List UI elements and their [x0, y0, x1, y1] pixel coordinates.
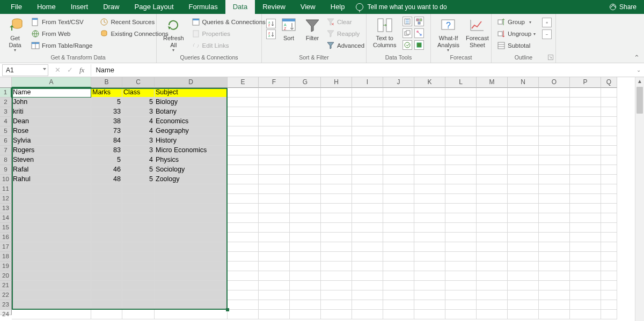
cell-N15[interactable] [508, 223, 539, 233]
cell-B2[interactable]: 5 [91, 98, 122, 107]
cell-D4[interactable]: Economics [155, 117, 228, 126]
menu-tab-view[interactable]: View [293, 0, 323, 14]
collapse-ribbon-button[interactable]: ⌃ [634, 54, 640, 62]
column-header-A[interactable]: A [12, 77, 91, 88]
menu-tab-home[interactable]: Home [30, 0, 63, 14]
column-header-O[interactable]: O [539, 77, 570, 88]
cell-J19[interactable] [383, 262, 414, 271]
consolidate-button[interactable] [414, 17, 424, 26]
cell-C15[interactable] [122, 223, 155, 233]
column-header-C[interactable]: C [122, 77, 155, 88]
select-all-button[interactable] [0, 77, 12, 88]
cell-P22[interactable] [570, 290, 601, 300]
advanced-filter-button[interactable]: Advanced [326, 40, 364, 51]
cell-E2[interactable] [228, 98, 259, 107]
cell-N12[interactable] [508, 194, 539, 204]
cell-D9[interactable]: Sociology [155, 165, 228, 175]
column-header-F[interactable]: F [259, 77, 290, 88]
cell-H6[interactable] [321, 136, 352, 146]
cell-A24[interactable] [12, 310, 91, 319]
row-header-23[interactable]: 23 [0, 300, 12, 310]
row-header-8[interactable]: 8 [0, 155, 12, 165]
cell-A7[interactable]: Rogers [12, 146, 91, 155]
cell-P7[interactable] [570, 146, 601, 155]
cell-D15[interactable] [155, 223, 228, 233]
cell-C11[interactable] [122, 184, 155, 194]
column-header-J[interactable]: J [383, 77, 414, 88]
cell-J8[interactable] [383, 155, 414, 165]
cell-E13[interactable] [228, 204, 259, 213]
cell-K5[interactable] [414, 126, 445, 136]
cell-A4[interactable]: Dean [12, 117, 91, 126]
cell-E7[interactable] [228, 146, 259, 155]
cell-L8[interactable] [445, 155, 477, 165]
cell-G4[interactable] [290, 117, 321, 126]
cell-E23[interactable] [228, 300, 259, 310]
text-to-columns-button[interactable]: Text to Columns ▾ [370, 16, 399, 54]
column-header-M[interactable]: M [477, 77, 508, 88]
cell-B8[interactable]: 5 [91, 155, 122, 165]
cell-M24[interactable] [477, 310, 508, 319]
cell-F20[interactable] [259, 271, 290, 281]
cell-C23[interactable] [122, 300, 155, 310]
cell-H15[interactable] [321, 223, 352, 233]
row-header-3[interactable]: 3 [0, 107, 12, 117]
cell-B5[interactable]: 73 [91, 126, 122, 136]
cell-M7[interactable] [477, 146, 508, 155]
cell-B10[interactable]: 48 [91, 175, 122, 184]
cell-Q5[interactable] [601, 126, 617, 136]
cell-E17[interactable] [228, 242, 259, 252]
cell-G3[interactable] [290, 107, 321, 117]
cell-I11[interactable] [352, 184, 383, 194]
cell-O24[interactable] [539, 310, 570, 319]
cell-K21[interactable] [414, 281, 445, 290]
cell-F7[interactable] [259, 146, 290, 155]
cell-L21[interactable] [445, 281, 477, 290]
cell-O17[interactable] [539, 242, 570, 252]
column-header-B[interactable]: B [91, 77, 122, 88]
sort-button[interactable]: AZ Sort [277, 16, 301, 43]
cell-F4[interactable] [259, 117, 290, 126]
cell-H19[interactable] [321, 262, 352, 271]
menu-tab-file[interactable]: File [3, 0, 30, 14]
cell-L10[interactable] [445, 175, 477, 184]
cell-C8[interactable]: 4 [122, 155, 155, 165]
cell-P3[interactable] [570, 107, 601, 117]
cell-L11[interactable] [445, 184, 477, 194]
cell-Q14[interactable] [601, 213, 617, 223]
cell-H10[interactable] [321, 175, 352, 184]
cell-K14[interactable] [414, 213, 445, 223]
cell-H23[interactable] [321, 300, 352, 310]
column-header-I[interactable]: I [352, 77, 383, 88]
cell-D11[interactable] [155, 184, 228, 194]
row-header-20[interactable]: 20 [0, 271, 12, 281]
cell-E1[interactable] [228, 88, 259, 98]
cell-C12[interactable] [122, 194, 155, 204]
cell-Q10[interactable] [601, 175, 617, 184]
cell-H8[interactable] [321, 155, 352, 165]
column-header-Q[interactable]: Q [601, 77, 617, 88]
cell-D18[interactable] [155, 252, 228, 262]
cell-J21[interactable] [383, 281, 414, 290]
cell-A17[interactable] [12, 242, 91, 252]
cell-H2[interactable] [321, 98, 352, 107]
cell-G15[interactable] [290, 223, 321, 233]
cell-I4[interactable] [352, 117, 383, 126]
cell-K20[interactable] [414, 271, 445, 281]
cell-P15[interactable] [570, 223, 601, 233]
cell-A13[interactable] [12, 204, 91, 213]
refresh-all-button[interactable]: Refresh All ▾ [160, 16, 187, 54]
cell-C7[interactable]: 3 [122, 146, 155, 155]
cell-G11[interactable] [290, 184, 321, 194]
cell-O5[interactable] [539, 126, 570, 136]
cell-M11[interactable] [477, 184, 508, 194]
from-web-button[interactable]: From Web [31, 28, 92, 39]
forecast-sheet-button[interactable]: Forecast Sheet [463, 16, 492, 50]
row-header-19[interactable]: 19 [0, 262, 12, 271]
cell-M16[interactable] [477, 233, 508, 242]
cell-P12[interactable] [570, 194, 601, 204]
get-data-button[interactable]: Get Data ▾ [3, 16, 27, 54]
cell-G22[interactable] [290, 290, 321, 300]
cell-B3[interactable]: 33 [91, 107, 122, 117]
cell-O9[interactable] [539, 165, 570, 175]
